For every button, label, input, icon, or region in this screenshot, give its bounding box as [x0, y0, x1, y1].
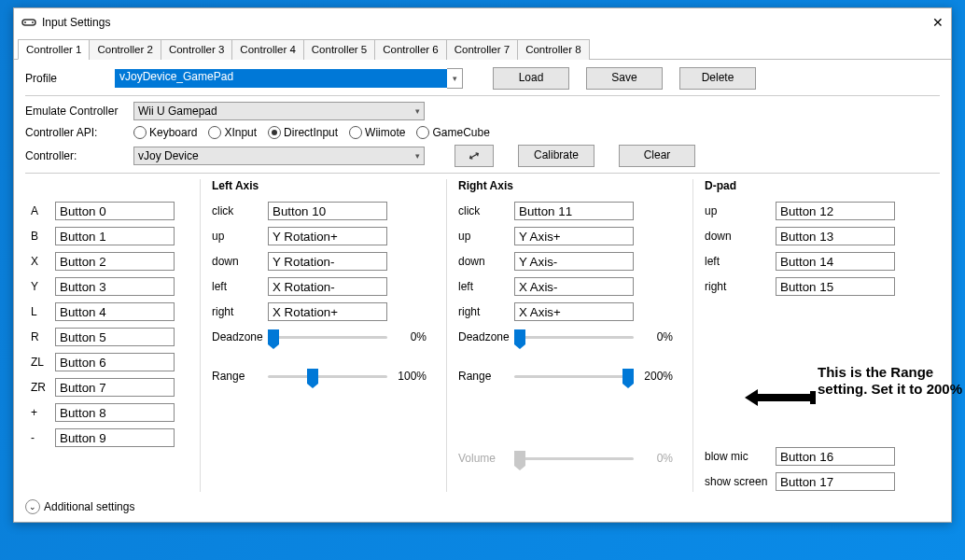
dpad-column: D-pad updownleftrightblow micshow screen [692, 179, 911, 492]
window-title: Input Settings [42, 16, 916, 29]
binding-label: click [458, 204, 509, 217]
binding-label: down [458, 255, 509, 268]
binding-label: + [31, 406, 49, 419]
dpad-header: D-pad [705, 179, 905, 192]
binding-input[interactable] [514, 302, 634, 321]
binding-input[interactable] [514, 202, 634, 220]
binding-input[interactable] [268, 227, 387, 245]
binding-input[interactable] [514, 227, 634, 245]
save-button[interactable]: Save [586, 67, 663, 90]
emulate-dropdown[interactable]: Wii U Gamepad▾ [133, 102, 425, 120]
api-radio-wiimote[interactable]: Wiimote [349, 126, 405, 139]
tab-controller-4[interactable]: Controller 4 [231, 39, 303, 60]
binding-input[interactable] [776, 252, 895, 271]
binding-label: ZR [31, 381, 49, 394]
binding-input[interactable] [776, 277, 895, 296]
binding-label: - [31, 431, 49, 444]
binding-input[interactable] [55, 353, 175, 371]
binding-label: blow mic [705, 450, 770, 463]
slider-track[interactable] [514, 328, 634, 346]
binding-input[interactable] [268, 302, 387, 321]
binding-row: up [212, 226, 441, 246]
delete-button[interactable]: Delete [679, 67, 756, 90]
binding-input[interactable] [514, 277, 634, 296]
binding-row: - [31, 427, 194, 448]
tab-controller-5[interactable]: Controller 5 [303, 39, 375, 60]
binding-input[interactable] [55, 252, 175, 271]
slider-track[interactable] [268, 328, 387, 346]
binding-input[interactable] [55, 378, 175, 397]
binding-row: left [212, 276, 441, 297]
binding-input[interactable] [268, 202, 387, 220]
api-label: Controller API: [25, 126, 128, 139]
binding-input[interactable] [268, 277, 387, 296]
profile-input[interactable]: vJoyDevice_GamePad [115, 69, 447, 88]
api-radio-gamecube[interactable]: GameCube [416, 126, 489, 139]
binding-input[interactable] [55, 227, 175, 245]
tab-controller-2[interactable]: Controller 2 [89, 39, 161, 60]
binding-input[interactable] [776, 227, 895, 245]
binding-label: A [31, 204, 49, 217]
binding-input[interactable] [268, 252, 387, 271]
binding-row: click [212, 201, 441, 221]
binding-input[interactable] [514, 252, 634, 271]
left-axis-column: Left Axis clickupdownleftrightDeadzone0%… [200, 179, 446, 492]
slider-deadzone: Deadzone0% [212, 327, 441, 347]
binding-row: R [31, 327, 194, 347]
refresh-button[interactable] [455, 145, 494, 167]
binding-input[interactable] [776, 202, 895, 220]
slider-label: Deadzone [458, 330, 509, 343]
binding-row: right [705, 276, 905, 297]
slider-range: Range200% [458, 366, 687, 386]
binding-input[interactable] [55, 428, 175, 447]
binding-label: right [458, 305, 509, 318]
tab-controller-7[interactable]: Controller 7 [446, 39, 518, 60]
binding-input[interactable] [55, 302, 175, 321]
binding-row: down [212, 251, 441, 272]
binding-row: X [31, 251, 194, 272]
binding-row: + [31, 402, 194, 423]
slider-value: 0% [393, 330, 427, 343]
binding-input[interactable] [776, 447, 895, 466]
chevron-down-icon: ⌄ [25, 499, 40, 514]
controller-dropdown[interactable]: vJoy Device▾ [133, 147, 425, 165]
binding-input[interactable] [55, 328, 175, 346]
close-button[interactable]: ✕ [916, 15, 944, 30]
controller-label: Controller: [25, 149, 128, 162]
tab-controller-3[interactable]: Controller 3 [161, 39, 232, 60]
slider-label: Range [458, 370, 509, 383]
clear-button[interactable]: Clear [619, 145, 695, 167]
api-radio-keyboard[interactable]: Keyboard [133, 126, 197, 139]
binding-input[interactable] [55, 403, 175, 422]
slider-track[interactable] [514, 449, 634, 468]
additional-settings-toggle[interactable]: ⌄ Additional settings [25, 499, 940, 514]
api-radio-xinput[interactable]: XInput [208, 126, 257, 139]
tab-controller-6[interactable]: Controller 6 [374, 39, 446, 60]
binding-input[interactable] [776, 472, 895, 491]
binding-row: down [458, 251, 687, 272]
slider-label: Range [212, 370, 262, 383]
tab-controller-8[interactable]: Controller 8 [517, 39, 589, 60]
slider-label: Volume [458, 452, 509, 465]
slider-value: 200% [639, 370, 673, 383]
binding-row: blow mic [705, 446, 905, 467]
profile-dropdown-caret[interactable]: ▾ [447, 68, 463, 89]
binding-row: ZR [31, 377, 194, 398]
binding-label: down [705, 230, 770, 243]
slider-track[interactable] [268, 367, 387, 385]
api-radio-directinput[interactable]: DirectInput [268, 126, 338, 139]
right-axis-header: Right Axis [458, 179, 687, 192]
button-bindings-column: ABXYLRZLZR+- [25, 179, 200, 492]
annotation-text: This is the Range setting. Set it to 200… [818, 364, 965, 398]
slider-deadzone: Deadzone0% [458, 327, 687, 347]
binding-label: L [31, 305, 49, 318]
calibrate-button[interactable]: Calibrate [518, 145, 594, 167]
load-button[interactable]: Load [493, 67, 569, 90]
binding-input[interactable] [55, 277, 175, 296]
tab-controller-1[interactable]: Controller 1 [18, 39, 90, 60]
binding-input[interactable] [55, 202, 175, 220]
profile-combo[interactable]: vJoyDevice_GamePad ▾ [115, 68, 463, 89]
slider-label: Deadzone [212, 330, 262, 343]
svg-point-2 [32, 21, 34, 23]
slider-track[interactable] [514, 367, 634, 385]
